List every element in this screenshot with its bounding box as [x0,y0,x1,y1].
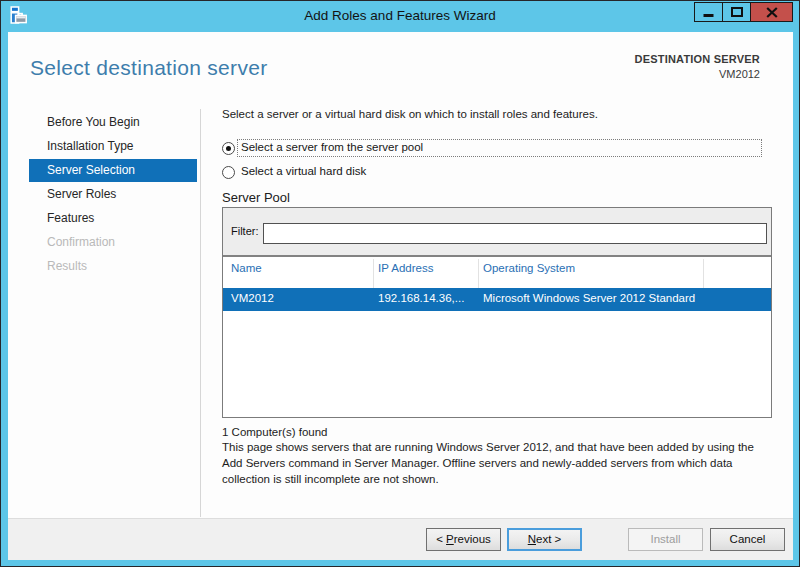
filter-input[interactable] [263,223,767,244]
close-icon [766,7,778,18]
computers-found-count: 1 Computer(s) found [222,426,327,438]
title-bar[interactable]: Add Roles and Features Wizard [1,1,799,31]
wizard-steps-nav: Before You Begin Installation Type Serve… [29,111,197,279]
sidebar-item-installation-type[interactable]: Installation Type [29,135,197,158]
page-description: This page shows servers that are running… [222,439,754,487]
intro-text: Select a server or a virtual hard disk o… [222,108,598,120]
wizard-window: Add Roles and Features Wizard Select des… [0,0,800,567]
sidebar-separator [200,109,201,517]
maximize-icon [731,7,743,17]
cell-ip: 192.168.14.36,... [378,292,464,304]
column-header-name[interactable]: Name [231,262,262,274]
previous-button[interactable]: < Previous [426,528,501,551]
column-header-os[interactable]: Operating System [483,262,575,274]
column-separator [373,259,374,288]
table-header-row: Name IP Address Operating System [223,259,771,288]
server-pool-box: Filter: Name IP Address Operating System… [222,207,772,418]
table-row[interactable]: VM2012 192.168.14.36,... Microsoft Windo… [223,288,771,311]
radio-button-icon[interactable] [222,142,235,155]
radio-label[interactable]: Select a virtual hard disk [241,165,366,177]
sidebar-item-confirmation[interactable]: Confirmation [29,231,197,254]
radio-button-icon[interactable] [222,166,235,179]
close-button[interactable] [750,2,793,22]
sidebar-item-server-selection[interactable]: Server Selection [29,159,197,182]
column-separator [478,259,479,288]
cancel-button[interactable]: Cancel [710,528,785,551]
minimize-button[interactable] [694,2,723,22]
install-button[interactable]: Install [628,528,703,551]
destination-label: DESTINATION SERVER [635,53,760,65]
server-pool-title: Server Pool [222,190,290,205]
description-line: This page shows servers that are running… [222,439,754,455]
cell-os: Microsoft Windows Server 2012 Standard [483,292,695,304]
sidebar-item-server-roles[interactable]: Server Roles [29,183,197,206]
filter-label: Filter: [231,225,259,237]
window-title: Add Roles and Features Wizard [1,8,799,23]
column-header-ip[interactable]: IP Address [378,262,433,274]
sidebar-item-before-you-begin[interactable]: Before You Begin [29,111,197,134]
radio-label[interactable]: Select a server from the server pool [241,141,423,153]
minimize-icon [703,5,714,19]
destination-server-name: VM2012 [635,68,760,80]
sidebar-item-features[interactable]: Features [29,207,197,230]
cell-name: VM2012 [231,292,274,304]
maximize-button[interactable] [722,2,751,22]
window-controls [694,2,793,22]
next-button[interactable]: Next > [507,528,582,551]
column-separator [703,259,704,288]
description-line: collection is still incomplete are not s… [222,471,754,487]
filter-strip: Filter: [223,208,771,257]
destination-block: DESTINATION SERVER VM2012 [635,53,760,80]
description-line: Add Servers command in Server Manager. O… [222,455,754,471]
page-title: Select destination server [30,56,267,80]
sidebar-item-results[interactable]: Results [29,255,197,278]
